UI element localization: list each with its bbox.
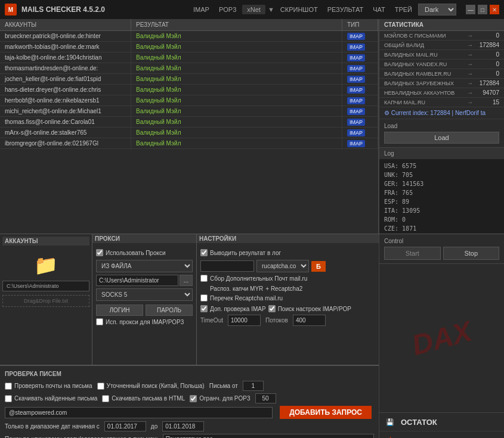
stop-button[interactable]: Stop: [443, 247, 500, 260]
proxy-pass-btn[interactable]: ПАРОЛЬ: [146, 305, 193, 316]
nav-chat[interactable]: ЧАТ: [369, 5, 389, 14]
titlebar: M MAILS CHECKER 4.5.2.0 IMAP POP3 xNet ▼…: [0, 0, 504, 19]
stat-value: 0: [475, 32, 499, 39]
imap-proxy-row: Исп. прокси для IMAP/POP3: [96, 318, 193, 325]
control-buttons: Start Stop: [384, 247, 499, 260]
keyword-input[interactable]: Приветствую вас,: [163, 434, 374, 438]
stat-arrow-icon: →: [467, 99, 473, 105]
header-accounts: АККАУНТЫ: [0, 19, 131, 30]
control-label: Control: [384, 238, 499, 244]
captcha-service-select[interactable]: rucaptcha.co: [256, 260, 309, 272]
imap-proxy-checkbox[interactable]: [96, 318, 103, 325]
account-cell: brueckner.patrick@t-online.de:hinter: [0, 31, 131, 41]
proxy-browse-btn[interactable]: ...: [180, 275, 193, 286]
exit-action[interactable]: ⏻ ВЫХОД: [379, 431, 504, 438]
stat-value: 172884: [475, 42, 499, 48]
timeout-input[interactable]: 10000: [228, 315, 261, 326]
nav-xnet[interactable]: xNet: [242, 5, 265, 14]
date-to-input[interactable]: 01.01.2018: [162, 421, 204, 431]
imap-check-label: Доп. проверка IMAP: [210, 306, 266, 312]
accounts-table-body[interactable]: brueckner.patrick@t-online.de:hinter Вал…: [0, 31, 378, 234]
table-row[interactable]: herrbobf@t-online.de:nikeblazersb1 Валид…: [0, 95, 378, 106]
settings-section-header: НАСТРОЙКИ: [197, 234, 379, 243]
accounts-panel: АККАУНТЫ РЕЗУЛЬТАТ ТИП brueckner.patrick…: [0, 19, 379, 234]
drag-drop-area[interactable]: Drag&Drop File.txt: [2, 295, 89, 307]
table-row[interactable]: jochen_keller@t-online.de:fiat01spid Вал…: [0, 74, 378, 85]
nav-screenshot[interactable]: СКРИНШОТ: [277, 5, 321, 14]
pop3-limit-checkbox[interactable]: [190, 395, 197, 402]
table-row[interactable]: taja-kolbe@t-online.de:1904christian Вал…: [0, 52, 378, 63]
load-button[interactable]: Load: [384, 132, 499, 144]
maximize-button[interactable]: □: [478, 5, 487, 14]
result-cell: Валидный Мэйл: [131, 63, 342, 73]
table-row[interactable]: brueckner.patrick@t-online.de:hinter Вал…: [0, 31, 378, 42]
download-checkbox[interactable]: [5, 395, 12, 402]
type-cell: IMAP: [342, 95, 378, 105]
captcha-btn[interactable]: Б: [311, 261, 326, 272]
table-row[interactable]: thomasmartindresden@t-online.de: Валидны…: [0, 63, 378, 74]
stat-row: МЭЙЛОВ С ПИСЬМАМИ → 0: [379, 31, 504, 41]
nav-pop3[interactable]: POP3: [215, 5, 240, 14]
table-row[interactable]: mArx-s@t-online.de:stalker765 Валидный М…: [0, 128, 378, 138]
brand-text: DAX: [408, 315, 475, 362]
log-line: FRA: 765: [384, 188, 499, 197]
advanced-search-checkbox[interactable]: [97, 383, 104, 390]
theme-select[interactable]: Dark: [418, 4, 456, 15]
minimize-button[interactable]: —: [466, 5, 475, 14]
log-line: UNK: 705: [384, 170, 499, 179]
stat-label: ОБЩИЙ ВАЛИД: [384, 42, 465, 48]
accounts-file-section: АККАУНТЫ 📁 C:\Users\Administrato Drag&Dr…: [0, 234, 92, 365]
bottom-section: АККАУНТЫ 📁 C:\Users\Administrato Drag&Dr…: [0, 234, 504, 438]
proxy-source-select[interactable]: ИЗ ФАЙЛА: [96, 260, 193, 272]
type-cell: IMAP: [342, 138, 378, 148]
date-from-input[interactable]: 01.01.2017: [104, 421, 146, 431]
nav-imap[interactable]: IMAP: [190, 5, 213, 14]
proxy-path-input[interactable]: [96, 275, 178, 286]
captcha-key-input[interactable]: [200, 260, 254, 272]
bottom-left: АККАУНТЫ 📁 C:\Users\Administrato Drag&Dr…: [0, 234, 379, 438]
proxy-type-select[interactable]: SOCKS 5: [96, 288, 193, 301]
imap-check-row: Доп. проверка IMAP Поиск настроек IMAP/P…: [200, 305, 375, 312]
threads-input[interactable]: 400: [293, 315, 326, 326]
nav-trey[interactable]: ТРЕЙ: [391, 5, 416, 14]
result-cell: Валидный Мэйл: [131, 138, 342, 148]
remain-action[interactable]: 💾 ОСТАТОК: [379, 413, 504, 431]
close-button[interactable]: ✕: [490, 5, 499, 14]
table-row[interactable]: thomas.fiss@t-online.de:Carola01 Валидны…: [0, 117, 378, 128]
use-proxy-checkbox[interactable]: [96, 249, 103, 256]
nav-result[interactable]: РЕЗУЛЬТАТ: [324, 5, 367, 14]
log-results-checkbox[interactable]: [200, 249, 208, 256]
proxy-login-btn[interactable]: ЛОГИН: [96, 305, 143, 316]
load-label: Load: [384, 123, 499, 129]
table-row[interactable]: ibromgregor@t-online.de:021967Gl Валидны…: [0, 138, 378, 149]
table-row[interactable]: markworth-tobias@t-online.de:mark Валидн…: [0, 42, 378, 52]
stat-arrow-icon: →: [467, 61, 473, 67]
date-only-label: Только в диапазоне дат начиная с: [5, 423, 100, 430]
stat-label: ВАЛИДНЫХ RAMBLER.RU: [384, 71, 465, 77]
download-html-checkbox[interactable]: [102, 395, 109, 402]
stat-value: 94707: [475, 89, 499, 96]
table-row[interactable]: michi_reichert@t-online.de:Michael1 Вали…: [0, 106, 378, 117]
log-line: ESP: 89: [384, 197, 499, 206]
table-row[interactable]: hans-dieter.dreyer@t-online.de:chris Вал…: [0, 85, 378, 95]
recaptcha-list-checkbox[interactable]: [200, 294, 208, 302]
email-from-input[interactable]: @steampowered.com: [5, 407, 273, 418]
check-mail-checkbox[interactable]: [5, 383, 12, 390]
pop3-limit-input[interactable]: 50: [255, 393, 276, 403]
account-cell: michi_reichert@t-online.de:Michael1: [0, 106, 131, 116]
imap-settings-checkbox[interactable]: [268, 305, 276, 312]
load-section: Load Load: [379, 119, 504, 148]
result-cell: Валидный Мэйл: [131, 31, 342, 41]
stat-arrow-icon: →: [467, 42, 473, 48]
pop3-limit-item: Огранч. для POP3: [190, 395, 250, 402]
imap-check-checkbox[interactable]: [200, 305, 208, 312]
log-section: Log USA: 6575UNK: 705GER: 141563FRA: 765…: [379, 148, 504, 234]
use-proxy-label: Использовать Прокси: [106, 250, 166, 256]
log-content[interactable]: USA: 6575UNK: 705GER: 141563FRA: 765ESP:…: [379, 159, 504, 234]
collect-mail-checkbox[interactable]: [200, 275, 208, 282]
start-button[interactable]: Start: [384, 247, 441, 260]
add-request-btn[interactable]: ДОБАВИТЬ ЗАПРОС: [280, 406, 372, 419]
letters-from-input[interactable]: 1: [243, 381, 264, 391]
app-title: MAILS CHECKER 4.5.2.0: [21, 5, 185, 14]
letters-from-label: Письма от: [209, 383, 238, 389]
